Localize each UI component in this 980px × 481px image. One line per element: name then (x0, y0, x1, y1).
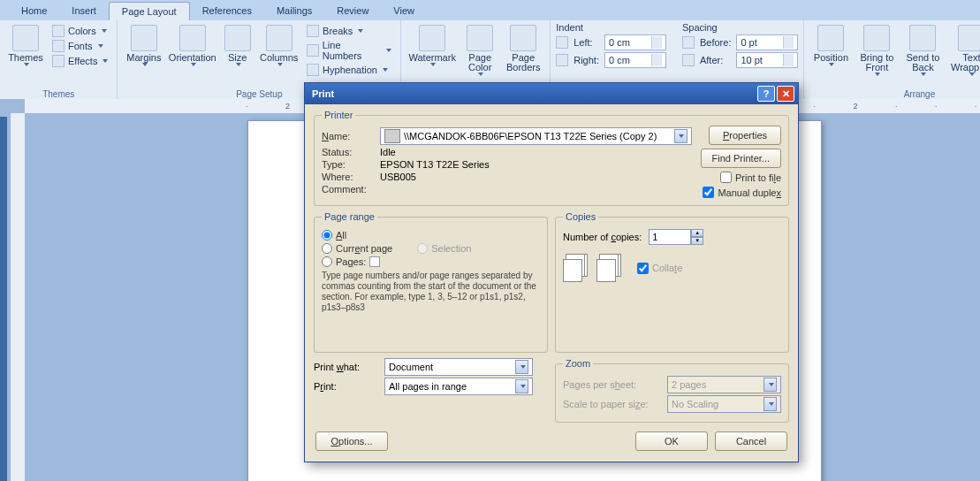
spacing-before-input[interactable]: 0 pt (736, 34, 798, 50)
send-back-icon (909, 25, 936, 51)
tab-view[interactable]: View (381, 2, 427, 20)
text-wrapping-button[interactable]: Text Wrapping (946, 22, 980, 76)
radio-all[interactable]: All (322, 230, 540, 240)
find-printer-button[interactable]: Find Printer... (701, 149, 781, 168)
num-copies-input[interactable] (649, 229, 691, 245)
type-label: Type: (322, 159, 373, 170)
printer-name-combo[interactable]: \\MCGANDOK-6BB06F\EPSON T13 T22E Series … (380, 127, 692, 145)
page-range-fieldset: Page range All Current page Selection Pa… (314, 211, 548, 353)
print-combo[interactable]: All pages in range (384, 378, 533, 395)
margins-button[interactable]: Margins (123, 22, 164, 66)
indent-right-input[interactable]: 0 cm (604, 52, 666, 68)
properties-button[interactable]: Properties (709, 126, 781, 145)
tab-insert[interactable]: Insert (59, 2, 109, 20)
chevron-down-icon (921, 73, 926, 76)
print-what-label: Print what: (314, 362, 377, 372)
page-borders-label: Page Borders (502, 53, 544, 73)
colors-button[interactable]: Colors (49, 24, 111, 38)
watermark-button[interactable]: Watermark (406, 22, 458, 66)
indent-left-label: Left: (574, 37, 599, 48)
spinner-icon[interactable] (783, 54, 794, 66)
help-button[interactable]: ? (757, 86, 775, 102)
dialog-titlebar[interactable]: Print ? ✕ (305, 83, 798, 104)
pages-input[interactable] (369, 256, 380, 267)
chevron-down-icon (969, 73, 975, 76)
chevron-down-icon[interactable] (763, 397, 777, 411)
breaks-button[interactable]: Breaks (303, 24, 395, 38)
print-what-combo[interactable]: Document (384, 358, 533, 376)
page-borders-button[interactable]: Page Borders (502, 22, 544, 73)
size-icon (224, 25, 251, 51)
orientation-button[interactable]: Orientation (167, 22, 217, 66)
dialog-title: Print (312, 88, 334, 99)
name-label: Name: (322, 131, 373, 141)
printer-legend: Printer (322, 110, 355, 120)
indent-heading: Indent (556, 22, 666, 33)
chevron-down-icon (277, 63, 283, 66)
num-copies-label: Number of copies: (563, 232, 642, 242)
cancel-button[interactable]: Cancel (715, 431, 787, 451)
num-copies-spinner[interactable]: ▲▼ (649, 229, 703, 245)
chevron-down-icon[interactable] (515, 379, 528, 393)
position-button[interactable]: Position (809, 22, 852, 66)
margins-label: Margins (126, 53, 161, 63)
close-button[interactable]: ✕ (777, 86, 794, 102)
page-color-icon (467, 25, 493, 51)
effects-button[interactable]: Effects (49, 54, 111, 68)
radio-current-page[interactable]: Current page (322, 243, 392, 254)
themes-button[interactable]: Themes (5, 22, 46, 66)
spinner-icon[interactable] (651, 54, 662, 66)
radio-pages[interactable]: Pages: (322, 256, 540, 267)
page-range-note: Type page numbers and/or page ranges sep… (322, 271, 540, 313)
bring-front-label: Bring to Front (855, 53, 899, 73)
collate-checkbox[interactable]: Collate (637, 263, 682, 274)
chevron-down-icon (142, 63, 148, 66)
page-color-button[interactable]: Page Color (460, 22, 499, 76)
margins-icon (131, 25, 157, 51)
bring-front-icon (863, 25, 890, 51)
vertical-ruler (11, 113, 25, 481)
chevron-down-icon[interactable] (674, 129, 688, 143)
tab-page-layout[interactable]: Page Layout (109, 2, 190, 20)
zoom-legend: Zoom (563, 358, 593, 369)
indent-left-input[interactable]: 0 cm (604, 34, 666, 50)
options-button[interactable]: Options... (315, 431, 388, 451)
ok-button[interactable]: OK (635, 431, 708, 451)
size-label: Size (228, 53, 247, 63)
spacing-after-input[interactable]: 10 pt (736, 52, 798, 68)
send-to-back-button[interactable]: Send to Back (901, 22, 944, 76)
fonts-button[interactable]: Fonts (49, 39, 111, 53)
spinner-icon[interactable] (651, 36, 662, 49)
breaks-icon (307, 25, 319, 37)
send-back-label: Send to Back (901, 53, 944, 73)
vertical-scroll-edge[interactable] (0, 117, 7, 481)
tab-review[interactable]: Review (324, 2, 381, 20)
pages-per-sheet-combo[interactable]: 2 pages (667, 376, 781, 393)
bring-to-front-button[interactable]: Bring to Front (855, 22, 899, 76)
tab-home[interactable]: Home (9, 2, 59, 20)
scale-value: No Scaling (672, 399, 718, 409)
line-numbers-button[interactable]: Line Numbers (303, 39, 395, 62)
ribbon-tabs: Home Insert Page Layout References Maili… (0, 0, 980, 20)
size-button[interactable]: Size (220, 22, 254, 66)
tab-references[interactable]: References (190, 2, 264, 20)
hyphenation-button[interactable]: Hyphenation (303, 63, 395, 77)
indent-left-value: 0 cm (609, 37, 630, 48)
page-borders-icon (510, 25, 536, 51)
chevron-down-icon[interactable] (763, 378, 777, 392)
where-label: Where: (322, 172, 373, 182)
scale-combo[interactable]: No Scaling (667, 395, 781, 413)
chevron-down-icon[interactable] (515, 360, 528, 374)
themes-label: Themes (8, 53, 43, 63)
print-to-file-checkbox[interactable]: Print to file (720, 172, 781, 183)
columns-button[interactable]: Columns (257, 22, 300, 66)
columns-label: Columns (260, 53, 298, 63)
chevron-down-icon (430, 63, 436, 66)
spinner-icon[interactable] (783, 36, 794, 49)
indent-right-icon (556, 54, 568, 66)
tab-mailings[interactable]: Mailings (264, 2, 324, 20)
manual-duplex-checkbox[interactable]: Manual duplex (703, 187, 781, 198)
spinner-buttons[interactable]: ▲▼ (691, 229, 703, 245)
chevron-down-icon (103, 59, 108, 63)
comment-label: Comment: (322, 184, 373, 195)
